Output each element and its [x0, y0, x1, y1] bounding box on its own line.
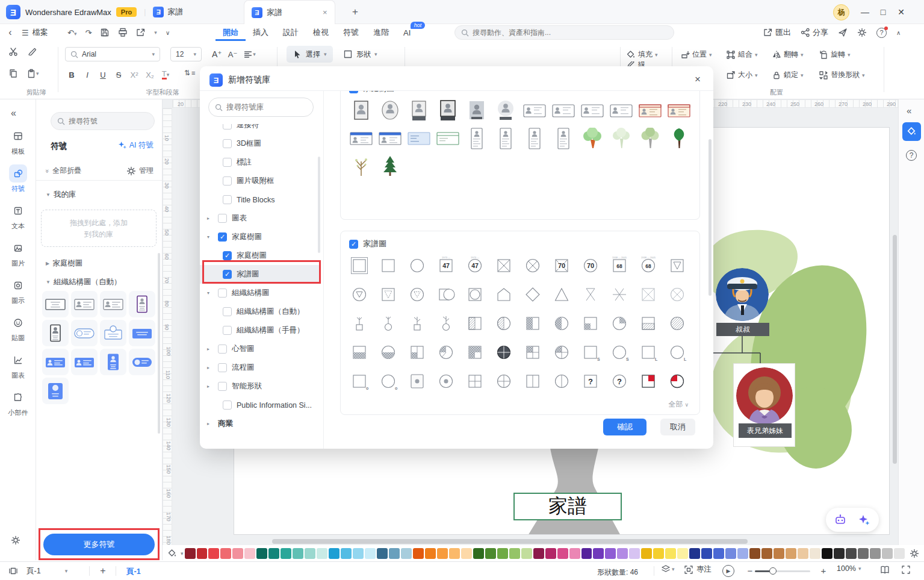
color-swatch[interactable]	[401, 548, 412, 559]
zoom-level[interactable]: 100%▾	[837, 564, 861, 573]
genogram-symbol-sq-3q[interactable]	[465, 342, 485, 363]
family-symbol-id-blue[interactable]	[349, 128, 373, 149]
chart-title-box[interactable]: 家譜	[513, 493, 622, 520]
family-symbol-p-name[interactable]	[407, 100, 431, 122]
color-swatch[interactable]	[701, 548, 712, 559]
genogram-symbol-ci70[interactable]: 70	[580, 255, 601, 276]
color-swatch[interactable]	[509, 548, 520, 559]
genogram-symbol-sq-L[interactable]: L	[638, 342, 659, 363]
undo-icon[interactable]: ↶▾	[67, 28, 76, 37]
ai-magic-icon[interactable]	[854, 510, 875, 530]
font-size-select[interactable]: 12▾	[170, 47, 202, 61]
symbol-search[interactable]	[51, 112, 155, 130]
file-menu[interactable]: ☰檔案	[22, 25, 48, 40]
genogram-symbol-tri[interactable]	[551, 284, 572, 305]
library-tree-item-3D框圖[interactable]: 3D框圖	[200, 134, 320, 153]
panel-symbol-thumb[interactable]	[129, 291, 155, 317]
tree-checkbox[interactable]	[223, 326, 232, 335]
genogram-symbol-ci-sprout[interactable]	[378, 313, 398, 334]
library-tree-item-家庭樹圖[interactable]: ▾✓家庭樹圖	[200, 228, 320, 246]
toolbar-more-icon[interactable]: ∨	[166, 30, 170, 36]
family-symbol-card-lgreen[interactable]	[436, 128, 460, 149]
format-painter-icon[interactable]	[28, 47, 37, 57]
panel-symbol-thumb[interactable]	[42, 378, 69, 404]
maximize-button[interactable]: □	[874, 3, 892, 21]
panel-symbol-thumb[interactable]	[100, 349, 126, 375]
color-swatch[interactable]	[413, 548, 424, 559]
genogram-symbol-sq-tridot[interactable]	[378, 284, 398, 305]
zoom-in-button[interactable]: +	[817, 564, 829, 576]
genogram-symbol-cix-g[interactable]	[667, 284, 687, 305]
family-symbol-card-lblue[interactable]	[407, 128, 431, 149]
sidebar-item-小部件[interactable]: 小部件	[0, 388, 36, 417]
library-search-input[interactable]	[226, 103, 299, 111]
color-swatch[interactable]	[882, 548, 893, 559]
family-symbol-id-h[interactable]	[609, 100, 633, 122]
library-tree-item-圖表[interactable]: ▸圖表	[200, 209, 320, 228]
uncle-label[interactable]: 叔叔	[716, 323, 769, 336]
section-my-library[interactable]: ▼我的庫	[46, 190, 76, 200]
settings-icon[interactable]	[857, 28, 867, 37]
family-symbol-v-id[interactable]	[522, 128, 547, 149]
color-swatch[interactable]	[365, 548, 376, 559]
genogram-symbol-ci-red[interactable]	[667, 371, 687, 391]
sidebar-item-符號[interactable]: 符號	[0, 164, 36, 193]
color-swatch[interactable]	[317, 548, 327, 559]
family-symbol-p-sq[interactable]	[349, 100, 373, 122]
global-search[interactable]	[454, 25, 674, 40]
collapse-ribbon-icon[interactable]: ∧	[896, 30, 901, 36]
genogram-symbol-ci-qm[interactable]: ?	[609, 371, 630, 391]
color-swatch[interactable]	[449, 548, 460, 559]
genogram-symbol-sq-sprout2[interactable]	[407, 313, 427, 334]
color-swatch[interactable]	[521, 548, 532, 559]
flip-button[interactable]: 翻轉▾	[772, 49, 804, 60]
color-swatch[interactable]	[677, 548, 688, 559]
menu-tab-設計[interactable]: 設計	[276, 24, 306, 41]
genogram-symbol-ci-q-tl[interactable]	[551, 342, 572, 363]
color-swatch[interactable]	[197, 548, 208, 559]
color-swatch[interactable]	[256, 548, 267, 559]
color-swatch[interactable]	[437, 548, 448, 559]
page-overview-icon[interactable]	[8, 566, 18, 576]
family-symbol-p-gray[interactable]	[465, 100, 489, 122]
color-swatch[interactable]	[557, 548, 568, 559]
add-page-button[interactable]: +	[96, 564, 110, 578]
align-button[interactable]: ▾	[243, 49, 256, 59]
family-symbol-id-red[interactable]	[638, 100, 662, 122]
active-document-tab[interactable]: Ǝ 家譜 ×	[244, 0, 335, 24]
tree-checkbox[interactable]: ✓	[218, 232, 227, 242]
collapse-all-button[interactable]: »全部折疊	[46, 166, 81, 176]
horizontal-scrollbar[interactable]	[272, 539, 748, 544]
panel-symbol-thumb[interactable]	[129, 320, 155, 346]
cut-icon[interactable]	[8, 47, 18, 57]
family-symbol-p-el[interactable]	[378, 100, 402, 122]
genogram-symbol-sq-4[interactable]	[465, 371, 485, 391]
family-symbol-v-id[interactable]	[465, 128, 489, 149]
decrease-font-icon[interactable]: A⁻	[228, 50, 238, 59]
family-symbol-tree-twig[interactable]	[349, 155, 373, 177]
focus-button[interactable]: 專注	[684, 564, 712, 575]
shape-tool[interactable]: 形狀▾	[338, 46, 382, 63]
group-button[interactable]: 組合▾	[726, 49, 758, 60]
genogram-symbol-sq-2v[interactable]	[522, 371, 543, 391]
genogram-symbol-ci-4[interactable]	[494, 371, 514, 391]
library-tree-item-家庭樹圖[interactable]: ✓家庭樹圖	[200, 246, 320, 265]
format-underline[interactable]: U	[95, 67, 111, 82]
format-subscript[interactable]: X₂	[142, 67, 158, 82]
color-swatch[interactable]	[268, 548, 279, 559]
collapse-panel-icon[interactable]: «	[11, 108, 16, 119]
format-italic[interactable]: I	[79, 67, 95, 82]
color-swatch[interactable]	[593, 548, 604, 559]
genogram-symbol-sq-red[interactable]	[638, 371, 659, 391]
color-swatch[interactable]	[497, 548, 508, 559]
doc-tab-collapsed[interactable]: Ǝ 家譜	[153, 7, 183, 17]
color-swatch[interactable]	[389, 548, 400, 559]
genogram-symbol-ci-q-l[interactable]	[436, 342, 456, 363]
color-swatch[interactable]	[858, 548, 869, 559]
section-family-tree[interactable]: ▶家庭樹圖	[46, 258, 82, 269]
color-swatch[interactable]	[569, 548, 580, 559]
genogram-symbol-sq70[interactable]: 70	[551, 255, 572, 276]
color-swatch[interactable]	[305, 548, 315, 559]
tree-checkbox[interactable]	[218, 363, 227, 372]
tree-checkbox[interactable]	[223, 158, 232, 167]
